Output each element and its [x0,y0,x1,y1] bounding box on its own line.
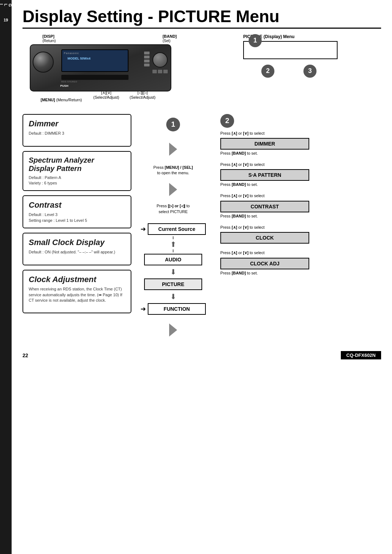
ud-arrows-sub: (Select/Adjust) [93,95,119,99]
feature-title-clock-adj: Clock Adjustment [29,275,125,284]
main-content: Display Setting - PICTURE Menu [DISP] (R… [12,0,392,370]
feature-title-contrast: Contrast [29,200,125,210]
feature-title-small-clock: Small Clock Display [29,238,125,247]
arrow-clock-adj [169,323,177,337]
disp-bracket: [DISP] [42,34,54,38]
contrast-box: CONTRAST [220,201,309,212]
picture-menu-diagram: PICTURE (Display) Menu 2 3 1 [243,34,381,78]
disp-sub: (Return) [42,39,56,43]
content-columns: Dimmer Default : DIMMER 3 Spectrum Analy… [23,114,381,339]
right-item-clock: Press [∧] or [∨] to select CLOCK [220,225,309,244]
feature-title-dimmer: Dimmer [29,119,125,129]
ud-arrows-label: [∧][∨] (Select/Adjust) [93,90,119,99]
current-source-row: ➜ Current Source [140,222,206,236]
feature-box-dimmer: Dimmer Default : DIMMER 3 [23,114,131,147]
menu-item-current-source: Current Source [148,223,206,235]
feature-box-clock-adj: Clock Adjustment When receiving an RDS s… [23,270,131,313]
menu-item-audio: AUDIO [144,254,202,265]
diagram-circles: 2 3 [261,65,381,78]
feature-desc-clock-adj: When receiving an RDS station, the Clock… [29,286,125,303]
push-label: PUSH [60,84,68,87]
right-item-contrast: Press [∧] or [∨] to select CONTRAST Pres… [220,193,309,218]
feature-desc-spectrum: Default : Pattern AVariety : 6 types [29,175,125,186]
feature-title-spectrum: Spectrum AnalyzerDisplay Pattern [29,156,125,173]
dimmer-band-text: Press [BAND] to set. [220,151,309,155]
menu-flow: ➜ Current Source ⬆ AUDIO ⬇ [131,222,215,316]
sidebar: ENGLISH 19 [0,0,12,554]
clock-box: CLOCK [220,232,309,244]
flow-arrow-2: ⬇ [170,268,176,276]
clock-adj-box: CLOCK ADJ [220,258,309,269]
band-sub: (Set) [163,39,171,43]
left-column: Dimmer Default : DIMMER 3 Spectrum Analy… [23,114,131,318]
contrast-select-text: Press [∧] or [∨] to select [220,193,309,199]
step2-circle: 2 [220,114,234,128]
feature-box-small-clock: Small Clock Display Default : ON (Not ad… [23,233,131,265]
page-number: 22 [23,353,28,358]
lr-arrows-label: [◁][▷] (Select/Adjust) [130,90,156,99]
device-image: [DISP] (Return) Panasonic MODEL 50Wx4 [23,34,179,107]
contrast-band-text: Press [BAND] to set. [220,214,309,218]
band-bracket: [BAND] [163,34,177,38]
sa-pattern-box: S·A PATTERN [220,169,309,181]
ud-arrows: [∧][∨] [93,90,119,95]
diagram-circle-1: 1 [249,34,262,47]
page-title: Display Setting - PICTURE Menu [23,7,381,29]
step1-instruction2: Press [▷] or [◁] toselect PICTURE [156,203,189,215]
step1-instruction1: Press [MENU] / [SEL]to open the menu. [154,165,193,176]
right-item-sa-pattern: Press [∧] or [∨] to select S·A PATTERN P… [220,162,309,187]
sa-band-text: Press [BAND] to set. [220,182,309,187]
step1-circle: 1 [166,118,180,131]
device-section: [DISP] (Return) Panasonic MODEL 50Wx4 [23,34,381,107]
clock-adj-select-text: Press [∧] or [∨] to select [220,250,309,256]
middle-column: 1 Press [MENU] / [SEL]to open the menu. … [131,114,215,339]
flow-line-1 [173,236,173,239]
arrow-dimmer [169,143,177,156]
arrow-spectrum [169,183,177,196]
diagram-circle-2: 2 [261,65,274,78]
menu-bracket: [MENU] [41,98,55,102]
clock-select-text: Press [∧] or [∨] to select [220,225,309,230]
right-item-clock-adj: Press [∧] or [∨] to select CLOCK ADJ Pre… [220,250,309,275]
lr-arrows: [◁][▷] [130,90,156,95]
function-arrow: ➜ [140,305,146,313]
flow-line-2 [173,249,173,252]
current-source-arrow: ➜ [140,225,146,233]
dimmer-select-text: Press [∧] or [∨] to select [220,131,309,136]
menu-sub: (Menu/Return) [56,98,82,102]
flow-arrow-3: ⬇ [170,292,176,301]
diagram-circle-3: 3 [303,65,317,78]
sa-select-text: Press [∧] or [∨] to select [220,162,309,167]
feature-desc-dimmer: Default : DIMMER 3 [29,131,125,136]
sidebar-language: ENGLISH [0,4,21,8]
feature-desc-small-clock: Default : ON (Not adjusted. "– –:– –" wi… [29,249,125,255]
band-label: [BAND] (Set) [163,34,177,43]
lr-arrows-sub: (Select/Adjust) [130,95,156,99]
feature-desc-contrast: Default : Level 3Setting range : Level 1… [29,212,125,223]
menu-item-picture: PICTURE [144,278,202,290]
flow-arrow-1: ⬆ [170,240,176,249]
feature-box-spectrum: Spectrum AnalyzerDisplay Pattern Default… [23,151,131,191]
footer: 22 CQ-DFX602N [23,349,381,359]
function-source-row: ➜ FUNCTION [140,302,206,316]
right-column: 2 Press [∧] or [∨] to select DIMMER Pres… [215,114,309,282]
menu-label: [MENU] (Menu/Return) [41,98,82,102]
menu-item-function: FUNCTION [148,303,206,315]
model-number: CQ-DFX602N [341,351,381,359]
disp-label: [DISP] (Return) [42,34,56,43]
sidebar-number: 19 [4,18,8,22]
clock-adj-band-text: Press [BAND] to set. [220,271,309,275]
feature-box-contrast: Contrast Default : Level 3Setting range … [23,195,131,228]
dimmer-box: DIMMER [220,138,309,150]
picture-menu-title: PICTURE (Display) Menu [243,34,381,39]
right-item-dimmer: Press [∧] or [∨] to select DIMMER Press … [220,131,309,155]
